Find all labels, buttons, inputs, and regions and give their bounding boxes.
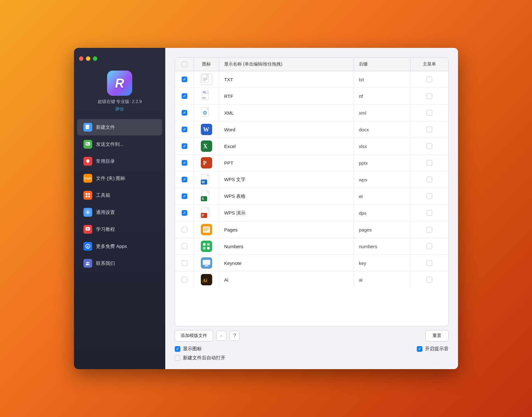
sidebar-item-more-apps[interactable]: A 更多免费 Apps [77, 238, 162, 254]
auto-open-option[interactable]: 新建文件后自动打开 [175, 355, 225, 361]
menu-cell-pages[interactable] [410, 221, 448, 238]
menu-checkbox-wps-text[interactable] [427, 177, 432, 182]
row-enable-checkbox-pages[interactable] [182, 227, 187, 232]
show-icons-checkbox[interactable] [175, 346, 180, 352]
menu-cell-word[interactable] [410, 121, 448, 138]
sidebar-item-tutorials[interactable]: 学习教程 [77, 221, 162, 237]
row-enable-checkbox-ai[interactable] [182, 277, 187, 283]
menu-cell-ppt[interactable] [410, 155, 448, 171]
enable-cell[interactable] [175, 71, 194, 88]
name-cell-wps-table[interactable]: WPS 表格 [219, 188, 354, 204]
menu-cell-ai[interactable] [410, 271, 448, 288]
menu-cell-rtf[interactable] [410, 88, 448, 104]
name-cell-word[interactable]: Word [219, 121, 354, 138]
help-button[interactable]: ? [229, 331, 240, 341]
menu-cell-keynote[interactable] [410, 255, 448, 271]
row-enable-checkbox-wps-pres[interactable] [182, 210, 187, 216]
row-enable-checkbox-wps-table[interactable] [182, 193, 187, 199]
menu-checkbox-ai[interactable] [427, 277, 432, 283]
reset-button[interactable]: 重置 [425, 330, 449, 341]
row-enable-checkbox-rtf[interactable] [182, 93, 187, 99]
menu-checkbox-keynote[interactable] [427, 260, 432, 266]
enable-sound-checkbox[interactable] [417, 346, 422, 352]
name-cell-excel[interactable]: Excel [219, 138, 354, 154]
suffix-cell-wps-text: wps [354, 171, 410, 188]
menu-checkbox-ppt[interactable] [427, 160, 432, 166]
sidebar-item-contact-us[interactable]: 联系我们 [77, 255, 162, 271]
minimize-button[interactable] [86, 56, 90, 61]
row-enable-checkbox-wps-text[interactable] [182, 177, 187, 182]
menu-checkbox-wps-table[interactable] [427, 193, 432, 199]
menu-checkbox-excel[interactable] [427, 143, 432, 149]
suffix-cell-ai: ai [354, 271, 410, 288]
svg-rect-23 [203, 92, 206, 93]
enable-cell[interactable] [175, 221, 194, 238]
menu-checkbox-wps-pres[interactable] [427, 210, 432, 216]
name-cell-txt[interactable]: TXT [219, 71, 354, 88]
row-enable-checkbox-ppt[interactable] [182, 160, 187, 166]
enable-cell[interactable] [175, 138, 194, 154]
sidebar-item-send-file[interactable]: 发送文件到... [77, 136, 162, 152]
name-cell-wps-pres[interactable]: WPS 演示 [219, 205, 354, 221]
menu-checkbox-word[interactable] [427, 127, 432, 132]
row-enable-checkbox-word[interactable] [182, 127, 187, 132]
enable-cell[interactable] [175, 171, 194, 188]
svg-rect-1 [86, 142, 90, 146]
name-cell-wps-text[interactable]: WPS 文字 [219, 171, 354, 188]
sidebar-item-general-settings[interactable]: 通用设置 [77, 204, 162, 220]
enable-sound-option[interactable]: 开启提示音 [417, 346, 449, 352]
svg-text:P: P [202, 214, 204, 217]
menu-cell-xml[interactable] [410, 105, 448, 121]
menu-cell-excel[interactable] [410, 138, 448, 154]
file-icon-xml [201, 107, 212, 118]
close-button[interactable] [79, 56, 83, 61]
menu-checkbox-pages[interactable] [427, 227, 432, 232]
file-icon-icon: Icon [83, 174, 92, 183]
row-enable-checkbox-txt[interactable] [182, 77, 187, 82]
table-row: Ai Ai ai [175, 271, 448, 288]
menu-cell-wps-table[interactable] [410, 188, 448, 204]
name-cell-ai[interactable]: Ai [219, 271, 354, 288]
name-cell-rtf[interactable]: RTF [219, 88, 354, 104]
enable-cell[interactable] [175, 155, 194, 171]
sidebar-item-common-dirs[interactable]: 常用目录 [77, 153, 162, 169]
row-enable-checkbox-numbers[interactable] [182, 243, 187, 249]
enable-cell[interactable] [175, 238, 194, 254]
menu-checkbox-numbers[interactable] [427, 243, 432, 249]
name-cell-ppt[interactable]: PPT [219, 155, 354, 171]
enable-cell[interactable] [175, 88, 194, 104]
menu-checkbox-xml[interactable] [427, 110, 432, 116]
menu-cell-numbers[interactable] [410, 238, 448, 254]
auto-open-checkbox[interactable] [175, 355, 180, 361]
sidebar-item-new-file[interactable]: 新建文件 [77, 119, 162, 135]
menu-cell-txt[interactable] [410, 71, 448, 88]
name-cell-xml[interactable]: XML [219, 105, 354, 121]
icon-cell-xml [194, 105, 219, 121]
header-enable-checkbox[interactable] [182, 61, 187, 67]
show-icons-option[interactable]: 显示图标 [175, 346, 202, 352]
name-cell-numbers[interactable]: Numbers [219, 238, 354, 254]
remove-button[interactable]: - [216, 331, 226, 341]
sidebar-item-file-icon[interactable]: Icon 文件 (夹) 图标 [77, 170, 162, 186]
add-template-button[interactable]: 添加模版文件 [175, 330, 213, 341]
menu-cell-wps-text[interactable] [410, 171, 448, 188]
sidebar-item-label-contact-us: 联系我们 [96, 260, 115, 266]
enable-cell[interactable] [175, 205, 194, 221]
enable-cell[interactable] [175, 255, 194, 271]
name-cell-keynote[interactable]: Keynote [219, 255, 354, 271]
enable-cell[interactable] [175, 121, 194, 138]
menu-checkbox-rtf[interactable] [427, 93, 432, 99]
menu-checkbox-txt[interactable] [427, 77, 432, 82]
enable-cell[interactable] [175, 271, 194, 288]
row-enable-checkbox-keynote[interactable] [182, 260, 187, 266]
name-cell-pages[interactable]: Pages [219, 221, 354, 238]
sidebar-item-toolbox[interactable]: 工具箱 [77, 187, 162, 203]
enable-cell[interactable] [175, 105, 194, 121]
row-enable-checkbox-excel[interactable] [182, 143, 187, 149]
icon-cell-keynote [194, 255, 219, 271]
row-enable-checkbox-xml[interactable] [182, 110, 187, 116]
fullscreen-button[interactable] [93, 56, 97, 61]
app-rating-link[interactable]: 评分 [115, 106, 124, 112]
menu-cell-wps-pres[interactable] [410, 205, 448, 221]
enable-cell[interactable] [175, 188, 194, 204]
